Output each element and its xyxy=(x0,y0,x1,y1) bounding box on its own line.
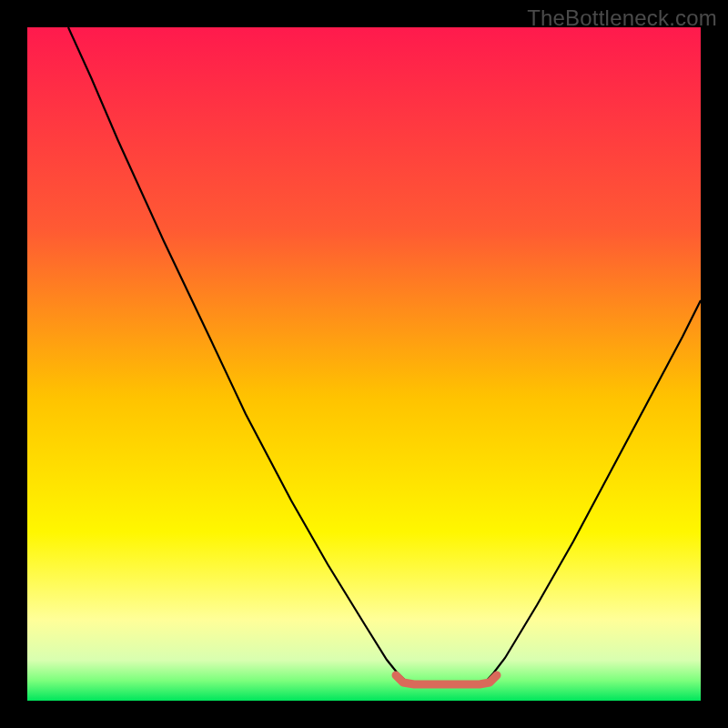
plot-area xyxy=(27,27,701,701)
gradient-background xyxy=(27,27,701,701)
chart-frame: TheBottleneck.com xyxy=(0,0,728,728)
chart-svg xyxy=(27,27,701,701)
